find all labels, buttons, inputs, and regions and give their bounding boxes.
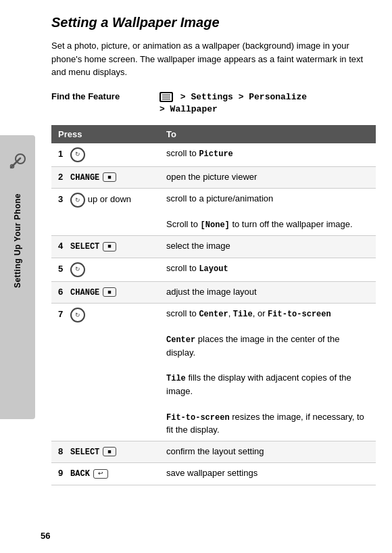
soft-key-icon: ■: [103, 172, 116, 182]
table-row: 4 SELECT ■ select the image: [51, 236, 376, 258]
soft-key-icon: ■: [103, 447, 116, 456]
press-cell: 8 SELECT ■: [51, 441, 160, 462]
press-cell: 1 ↻: [51, 143, 160, 167]
back-key-icon: ↩: [93, 469, 108, 479]
find-feature-path: > Settings > Personalize> Wallpaper: [160, 91, 307, 116]
col-to: To: [160, 125, 376, 143]
sidebar-tab: Setting Up Your Phone: [0, 135, 35, 419]
to-cell: scroll to Center, Tile, or Fit-to-screen…: [160, 304, 376, 441]
press-cell: 6 CHANGE ■: [51, 281, 160, 303]
soft-key-icon: ■: [103, 287, 116, 297]
table-row: 7 ↻ scroll to Center, Tile, or Fit-to-sc…: [51, 304, 376, 441]
sidebar-label: Setting Up Your Phone: [13, 193, 22, 288]
to-cell: scroll to Picture: [160, 143, 376, 167]
col-press: Press: [51, 125, 160, 143]
intro-text: Set a photo, picture, or animation as a …: [51, 39, 376, 79]
table-row: 2 CHANGE ■ open the picture viewer: [51, 166, 376, 188]
nav-icon: ↻: [70, 147, 85, 162]
table-row: 5 ↻ scroll to Layout: [51, 258, 376, 281]
page-number: 56: [41, 531, 50, 541]
table-row: 3 ↻ up or down scroll to a picture/anima…: [51, 189, 376, 236]
press-cell: 9 BACK ↩: [51, 463, 160, 485]
table-row: 1 ↻ scroll to Picture: [51, 143, 376, 167]
to-cell: save wallpaper settings: [160, 463, 376, 485]
table-row: 8 SELECT ■ confirm the layout setting: [51, 441, 376, 462]
nav-icon: ↻: [70, 308, 85, 322]
press-cell: 5 ↻: [51, 258, 160, 281]
table-row: 6 CHANGE ■ adjust the image layout: [51, 281, 376, 303]
press-cell: 2 CHANGE ■: [51, 166, 160, 188]
nav-icon: ↻: [70, 262, 85, 277]
nav-icon: ↻: [70, 193, 85, 208]
table-row: 9 BACK ↩ save wallpaper settings: [51, 463, 376, 485]
press-cell: 4 SELECT ■: [51, 236, 160, 258]
to-cell: adjust the image layout: [160, 281, 376, 303]
to-cell: open the picture viewer: [160, 166, 376, 188]
press-cell: 3 ↻ up or down: [51, 189, 160, 236]
to-cell: scroll to Layout: [160, 258, 376, 281]
to-cell: select the image: [160, 236, 376, 258]
page-title: Setting a Wallpaper Image: [51, 14, 376, 31]
find-feature-label: Find the Feature: [51, 91, 146, 101]
soft-key-icon: ■: [103, 242, 116, 251]
main-content: Setting a Wallpaper Image Set a photo, p…: [41, 0, 392, 499]
press-cell: 7 ↻: [51, 304, 160, 441]
steps-table: Press To 1 ↻ scroll to Picture 2 CHANGE …: [51, 125, 376, 485]
find-feature-row: Find the Feature > Settings > Personaliz…: [51, 91, 376, 116]
to-cell: confirm the layout setting: [160, 441, 376, 462]
to-cell: scroll to a picture/animation Scroll to …: [160, 189, 376, 236]
table-header-row: Press To: [51, 125, 376, 143]
wrench-icon: [5, 149, 30, 173]
